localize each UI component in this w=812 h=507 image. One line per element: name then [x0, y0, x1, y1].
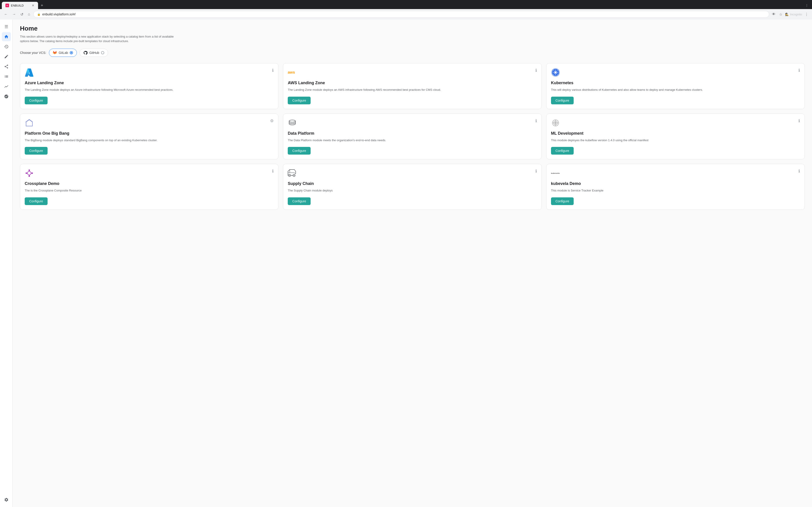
card-azure-landing-zone: ℹ Azure Landing Zone The Landing Zone mo…: [20, 63, 278, 109]
vcs-github-label: GitHub: [89, 51, 99, 55]
card-data-platform: ℹ Data Platform The Data Platform module…: [283, 114, 542, 160]
new-tab-button[interactable]: +: [39, 2, 45, 9]
info-icon-kubevela[interactable]: ℹ: [798, 169, 800, 174]
vcs-gitlab-label: GitLab: [59, 51, 68, 55]
ml-icon: [551, 118, 560, 127]
aws-icon: aws: [288, 68, 297, 77]
crossplane-icon: [25, 169, 34, 178]
home-button[interactable]: ⌂: [27, 11, 32, 17]
card-header: ℹ: [551, 68, 800, 77]
main-content: Home This section allows users to deploy…: [13, 19, 812, 507]
sidebar-item-history[interactable]: [2, 42, 11, 51]
vcs-option-gitlab[interactable]: GitLab: [49, 49, 77, 57]
card-kubernetes: ℹ Kubernetes This will deploy various di…: [546, 63, 805, 109]
forward-button[interactable]: →: [11, 11, 17, 17]
azure-card-title: Azure Landing Zone: [25, 80, 274, 85]
incognito-icon: 🕵: [785, 13, 789, 16]
page-subtitle: This section allows users to deploy/rede…: [20, 35, 174, 43]
cards-grid: ℹ Azure Landing Zone The Landing Zone mo…: [20, 63, 805, 210]
nav-actions: 👁 ☆ 🕵 Incognito ⋮: [771, 11, 809, 17]
tab-label: ENBUILD: [11, 4, 23, 7]
reload-button[interactable]: ↺: [19, 11, 25, 17]
card-header: ℹ: [25, 68, 274, 77]
card-header: aws ℹ: [288, 68, 537, 77]
info-icon-azure[interactable]: ℹ: [272, 68, 274, 73]
configure-button-supply-chain[interactable]: Configure: [288, 198, 311, 205]
svg-point-3: [555, 71, 556, 73]
card-kubevela-demo: kubevela ℹ kubevela Demo This module is …: [546, 164, 805, 210]
tab-favicon: E: [5, 4, 9, 7]
azure-card-description: The Landing Zone module deploys an Azure…: [25, 88, 274, 92]
active-tab[interactable]: E ENBUILD ✕: [2, 2, 38, 9]
tab-menu-button[interactable]: ⋮: [803, 3, 810, 8]
tab-bar: E ENBUILD ✕ + ⋮: [0, 0, 812, 9]
menu-dots-button[interactable]: ⋮: [804, 11, 809, 17]
svg-point-22: [294, 175, 295, 176]
k8s-card-title: Kubernetes: [551, 80, 800, 85]
app-layout: ☰ Home This section allows users to depl…: [0, 19, 812, 507]
info-icon-bigbang[interactable]: ⚙: [270, 118, 274, 123]
configure-button-bigbang[interactable]: Configure: [25, 147, 48, 155]
card-header: kubevela ℹ: [551, 169, 800, 178]
address-bar[interactable]: 🔒 enbuild.vivplatform.io/#/: [33, 11, 769, 18]
incognito-label: Incognito: [790, 13, 802, 16]
svg-point-12: [29, 175, 30, 177]
sidebar: ☰: [0, 19, 13, 507]
vcs-row: Choose your VCS: GitLab: [20, 49, 805, 57]
back-button[interactable]: ←: [3, 11, 9, 17]
ml-card-title: ML Development: [551, 131, 800, 136]
bookmark-button[interactable]: ☆: [778, 11, 783, 17]
aws-card-description: The Landing Zone module deploys an AWS i…: [288, 88, 537, 92]
sidebar-item-share[interactable]: [2, 62, 11, 71]
sidebar-item-chart[interactable]: [2, 72, 11, 81]
bigbang-card-title: Platform One Big Bang: [25, 131, 274, 136]
page-title: Home: [20, 25, 805, 32]
svg-point-4: [289, 120, 295, 122]
card-crossplane-demo: ℹ Crossplane Demo The is the Crossplane …: [20, 164, 278, 210]
kubevela-icon: kubevela: [551, 169, 560, 178]
info-icon-crossplane[interactable]: ℹ: [272, 169, 274, 174]
sidebar-item-analytics[interactable]: [2, 82, 11, 91]
card-header: ℹ: [288, 169, 537, 178]
sidebar-item-home[interactable]: [2, 32, 11, 41]
azure-icon: [25, 68, 34, 77]
vcs-option-github[interactable]: GitHub: [80, 49, 108, 57]
info-icon-supply-chain[interactable]: ℹ: [536, 169, 537, 174]
browser-chrome: E ENBUILD ✕ + ⋮ ← → ↺ ⌂ 🔒 enbuild.vivpla…: [0, 0, 812, 19]
data-platform-card-description: The Data Platform module meets the organ…: [288, 138, 537, 143]
nav-bar: ← → ↺ ⌂ 🔒 enbuild.vivplatform.io/#/ 👁 ☆ …: [0, 9, 812, 19]
sidebar-item-settings[interactable]: [2, 495, 11, 504]
svg-text:aws: aws: [288, 70, 295, 74]
info-icon-k8s[interactable]: ℹ: [798, 68, 800, 73]
incognito-button[interactable]: 🕵 Incognito: [785, 13, 802, 16]
tab-close-button[interactable]: ✕: [32, 4, 35, 7]
configure-button-aws[interactable]: Configure: [288, 97, 311, 104]
crossplane-card-title: Crossplane Demo: [25, 181, 274, 186]
sidebar-item-circle-settings[interactable]: [2, 92, 11, 101]
sidebar-item-menu[interactable]: ☰: [2, 22, 11, 31]
gitlab-icon: [53, 51, 57, 55]
configure-button-crossplane[interactable]: Configure: [25, 198, 48, 205]
configure-button-azure[interactable]: Configure: [25, 97, 48, 104]
k8s-card-description: This will deploy various distributions o…: [551, 88, 800, 92]
crossplane-card-description: The is the Crossplane Composite Resource: [25, 188, 274, 193]
data-platform-icon: [288, 118, 297, 127]
info-icon-aws[interactable]: ℹ: [536, 68, 537, 73]
info-icon-data-platform[interactable]: ℹ: [536, 118, 537, 123]
svg-point-20: [289, 175, 290, 176]
svg-point-11: [29, 170, 30, 171]
ml-card-description: This module deployes the kubeflow versio…: [551, 138, 800, 143]
eye-off-icon[interactable]: 👁: [771, 11, 776, 17]
card-header: ℹ: [551, 118, 800, 127]
configure-button-k8s[interactable]: Configure: [551, 97, 574, 104]
bigbang-icon: [25, 118, 34, 127]
sidebar-item-edit[interactable]: [2, 52, 11, 61]
configure-button-data-platform[interactable]: Configure: [288, 147, 311, 155]
bigbang-card-description: The BigBang module deploys standard BigB…: [25, 138, 274, 143]
card-aws-landing-zone: aws ℹ AWS Landing Zone The Landing Zone …: [283, 63, 542, 109]
configure-button-kubevela[interactable]: Configure: [551, 198, 574, 205]
info-icon-ml[interactable]: ℹ: [798, 118, 800, 123]
configure-button-ml[interactable]: Configure: [551, 147, 574, 155]
card-header: ℹ: [288, 118, 537, 127]
card-platform-one-big-bang: ⚙ Platform One Big Bang The BigBang modu…: [20, 114, 278, 160]
